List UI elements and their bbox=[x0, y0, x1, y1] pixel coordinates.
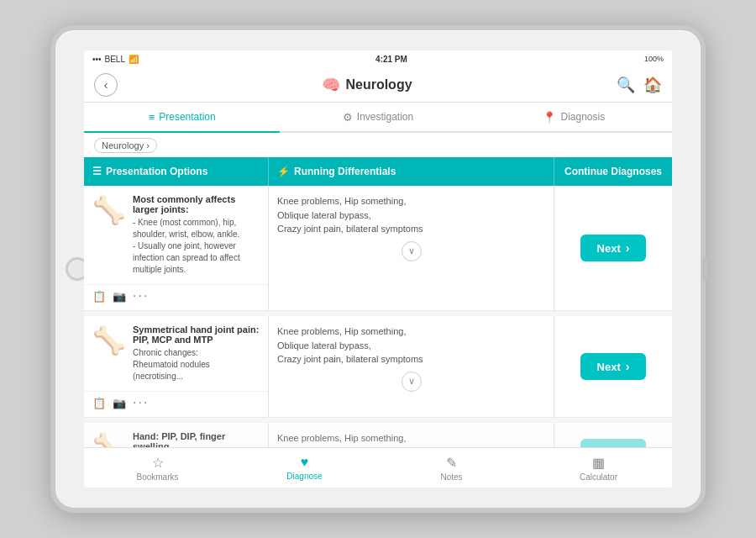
back-icon: ‹ bbox=[104, 78, 108, 92]
breadcrumb: Neurology › bbox=[84, 133, 672, 157]
diff-expand-1: ∨ bbox=[277, 241, 545, 261]
bottom-nav: ☆ Bookmarks ♥ Diagnose ✎ Notes ▦ Calcula… bbox=[84, 447, 672, 488]
nav-bookmarks[interactable]: ☆ Bookmarks bbox=[84, 448, 231, 488]
next-label-3: Next bbox=[597, 446, 621, 447]
differentials-text-1: Knee problems, Hip something, Oblique la… bbox=[277, 194, 545, 236]
presentation-text-3: Hand: PIP, DIP, finger swelling +/-: bbox=[133, 431, 260, 447]
battery-indicator: 100% bbox=[644, 55, 664, 63]
breadcrumb-label: Neurology › bbox=[102, 140, 150, 150]
case-differentials-2: Knee problems, Hip something, Oblique la… bbox=[269, 316, 554, 417]
case-presentation-3: 🦴 Hand: PIP, DIP, finger swelling +/-: bbox=[84, 423, 268, 447]
expand-chevron-1: ∨ bbox=[408, 244, 415, 258]
diagnose-label: Diagnose bbox=[286, 472, 322, 481]
wifi-icon: 📶 bbox=[129, 55, 139, 64]
next-label-2: Next bbox=[597, 361, 621, 373]
power-button[interactable] bbox=[702, 256, 707, 282]
brain-icon: 🧠 bbox=[322, 76, 340, 94]
presentation-text-2: Symmetrical hand joint pain: PIP, MCP an… bbox=[133, 324, 260, 382]
tab-presentation-label: Presentation bbox=[159, 111, 215, 123]
differentials-header-icon: ⚡ bbox=[277, 166, 290, 177]
camera-icon-2[interactable]: 📷 bbox=[113, 397, 126, 409]
bookmarks-icon: ☆ bbox=[152, 455, 164, 471]
content-area: 🦴 Most commonly affects larger joints: -… bbox=[84, 186, 672, 447]
case-title-1: Most commonly affects larger joints: bbox=[133, 194, 260, 214]
presentation-text-1: Most commonly affects larger joints: - K… bbox=[133, 194, 260, 276]
table-row: 🦴 Hand: PIP, DIP, finger swelling +/-: K… bbox=[84, 423, 672, 447]
tab-diagnosis[interactable]: 📍 Diagnosis bbox=[476, 103, 672, 133]
edit-icon-1[interactable]: 📋 bbox=[92, 290, 106, 303]
camera-icon-1[interactable]: 📷 bbox=[113, 290, 126, 303]
carrier-name: BELL bbox=[105, 55, 125, 64]
calculator-icon: ▦ bbox=[592, 455, 605, 471]
case-next-3: Next › bbox=[554, 423, 672, 447]
presentation-header-label: Presentation Options bbox=[106, 166, 207, 177]
diagnose-icon: ♥ bbox=[301, 455, 309, 470]
next-button-3[interactable]: Next › bbox=[580, 439, 647, 447]
table-row: 🦴 Most commonly affects larger joints: -… bbox=[84, 186, 672, 311]
case-body-2: Chronic changes: Rheumatoid nodules (nec… bbox=[133, 347, 260, 382]
skeleton-icon-3: 🦴 bbox=[92, 431, 126, 447]
notes-label: Notes bbox=[440, 472, 462, 482]
calculator-label: Calculator bbox=[580, 472, 617, 482]
expand-button-2[interactable]: ∨ bbox=[402, 372, 422, 392]
home-nav-icon[interactable]: 🏠 bbox=[643, 76, 662, 94]
more-icon-2[interactable]: ··· bbox=[133, 395, 149, 410]
expand-chevron-2: ∨ bbox=[408, 374, 415, 388]
tab-diagnosis-label: Diagnosis bbox=[560, 111, 605, 123]
nav-calculator[interactable]: ▦ Calculator bbox=[525, 448, 672, 488]
edit-icon-2[interactable]: 📋 bbox=[92, 397, 106, 409]
table-row: 🦴 Symmetrical hand joint pain: PIP, MCP … bbox=[84, 316, 672, 418]
differentials-text-3: Knee problems, Hip something, Oblique la… bbox=[277, 431, 545, 447]
diagnosis-tab-icon: 📍 bbox=[543, 111, 556, 124]
diagnoses-header-label: Continue Diagnoses bbox=[564, 166, 662, 177]
nav-title: 🧠 Neurology bbox=[322, 76, 412, 94]
skeleton-icon-1: 🦴 bbox=[92, 194, 126, 276]
presentation-tab-icon: ≡ bbox=[149, 111, 155, 124]
tab-investigation[interactable]: ⚙ Investigation bbox=[280, 103, 475, 133]
nav-notes[interactable]: ✎ Notes bbox=[378, 448, 525, 488]
back-button[interactable]: ‹ bbox=[94, 73, 118, 97]
more-icon-1[interactable]: ··· bbox=[133, 288, 149, 303]
tablet-screen: ••• BELL 📶 4:21 PM 100% ‹ 🧠 Neurology 🔍 … bbox=[84, 50, 672, 488]
next-chevron-1: › bbox=[626, 241, 630, 255]
next-button-1[interactable]: Next › bbox=[580, 235, 647, 261]
case-differentials-3: Knee problems, Hip something, Oblique la… bbox=[269, 423, 554, 447]
case-actions-2: 📋 📷 ··· bbox=[84, 391, 268, 417]
th-presentation: ☰ Presentation Options bbox=[84, 157, 269, 186]
case-presentation-2: 🦴 Symmetrical hand joint pain: PIP, MCP … bbox=[84, 316, 268, 391]
breadcrumb-tag[interactable]: Neurology › bbox=[94, 138, 157, 153]
case-presentation-1: 🦴 Most commonly affects larger joints: -… bbox=[84, 186, 268, 284]
next-button-2[interactable]: Next › bbox=[580, 353, 647, 380]
app-title: Neurology bbox=[345, 77, 412, 92]
case-differentials-1: Knee problems, Hip something, Oblique la… bbox=[269, 186, 554, 310]
next-label-1: Next bbox=[597, 242, 621, 255]
presentation-header-icon: ☰ bbox=[92, 166, 102, 177]
tablet-device: ••• BELL 📶 4:21 PM 100% ‹ 🧠 Neurology 🔍 … bbox=[50, 25, 706, 513]
case-title-3: Hand: PIP, DIP, finger swelling bbox=[133, 431, 260, 447]
next-chevron-2: › bbox=[626, 360, 630, 373]
next-chevron-3: › bbox=[626, 446, 630, 447]
search-icon[interactable]: 🔍 bbox=[617, 76, 635, 94]
investigation-tab-icon: ⚙ bbox=[343, 111, 353, 124]
status-left: ••• BELL 📶 bbox=[92, 55, 139, 64]
case-next-2: Next › bbox=[554, 316, 672, 417]
nav-diagnose[interactable]: ♥ Diagnose bbox=[231, 448, 378, 488]
expand-button-1[interactable]: ∨ bbox=[402, 241, 422, 261]
nav-actions: 🔍 🏠 bbox=[617, 76, 662, 94]
carrier-dots: ••• bbox=[92, 55, 102, 64]
case-actions-1: 📋 📷 ··· bbox=[84, 284, 268, 310]
case-title-2: Symmetrical hand joint pain: PIP, MCP an… bbox=[133, 324, 260, 345]
status-time: 4:21 PM bbox=[375, 55, 407, 64]
case-next-1: Next › bbox=[554, 186, 672, 310]
tabs-bar: ≡ Presentation ⚙ Investigation 📍 Diagnos… bbox=[84, 103, 672, 133]
skeleton-icon-2: 🦴 bbox=[92, 324, 126, 382]
tab-presentation[interactable]: ≡ Presentation bbox=[84, 103, 280, 133]
table-header: ☰ Presentation Options ⚡ Running Differe… bbox=[84, 157, 672, 186]
differentials-text-2: Knee problems, Hip something, Oblique la… bbox=[277, 324, 545, 367]
notes-icon: ✎ bbox=[446, 455, 457, 471]
th-diagnoses: Continue Diagnoses bbox=[554, 157, 672, 186]
case-body-1: - Knee (most common), hip, shoulder, wri… bbox=[133, 217, 260, 276]
top-nav: ‹ 🧠 Neurology 🔍 🏠 bbox=[84, 67, 672, 103]
status-bar: ••• BELL 📶 4:21 PM 100% bbox=[84, 50, 672, 67]
bookmarks-label: Bookmarks bbox=[136, 472, 178, 482]
